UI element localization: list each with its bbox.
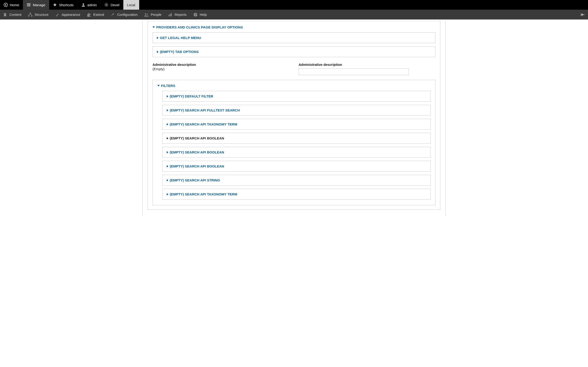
extend-icon xyxy=(86,12,91,17)
toolbar-admin: Content Structure Appearance Extend Conf… xyxy=(0,10,588,19)
empty-tab-options-panel[interactable]: (EMPTY) TAB OPTIONS xyxy=(153,46,435,57)
admin-description-left-value: (Empty) xyxy=(153,67,289,71)
filters-header[interactable]: FILTERS xyxy=(157,84,431,88)
admin-reports-label: Reports xyxy=(174,13,187,17)
svg-point-2 xyxy=(106,4,107,6)
svg-text:?: ? xyxy=(195,13,196,16)
get-legal-help-menu-label: GET LEGAL HELP MENU xyxy=(160,36,201,40)
filter-item[interactable]: (EMPTY) SEARCH API FULLTEXT SEARCH xyxy=(162,105,431,116)
page-wrap: PROVIDERS AND CLINICS PAGE DISPLAY OPTIO… xyxy=(0,21,588,217)
filter-item-label: (EMPTY) SEARCH API BOOLEAN xyxy=(170,136,224,140)
admin-description-left: Administrative description (Empty) xyxy=(153,63,289,71)
toolbar-local-label: Local xyxy=(127,3,135,7)
admin-people[interactable]: People xyxy=(141,10,165,19)
svg-rect-3 xyxy=(30,13,31,14)
expand-triangle-icon xyxy=(167,193,168,195)
admin-appearance[interactable]: Appearance xyxy=(52,10,83,19)
admin-structure[interactable]: Structure xyxy=(25,10,52,19)
filter-item[interactable]: (EMPTY) DEFAULT FILTER xyxy=(162,91,431,102)
admin-description-input[interactable] xyxy=(299,68,409,75)
user-icon xyxy=(81,3,86,7)
filters-list: (EMPTY) DEFAULT FILTER(EMPTY) SEARCH API… xyxy=(157,91,431,200)
expand-triangle-icon xyxy=(167,95,168,98)
expand-triangle-icon xyxy=(167,109,168,111)
svg-rect-8 xyxy=(169,15,170,16)
filter-item[interactable]: (EMPTY) SEARCH API TAXONOMY TERM xyxy=(162,189,431,200)
toolbar-local[interactable]: Local xyxy=(123,0,139,10)
structure-icon xyxy=(28,12,33,17)
admin-configuration[interactable]: Configuration xyxy=(107,10,141,19)
svg-point-0 xyxy=(4,3,8,7)
toolbar-home[interactable]: Home xyxy=(0,0,23,10)
expand-triangle-icon xyxy=(167,123,168,125)
appearance-icon xyxy=(55,12,60,17)
outer-panel: PROVIDERS AND CLINICS PAGE DISPLAY OPTIO… xyxy=(142,21,446,217)
toolbar-manage-label: Manage xyxy=(33,3,45,7)
back-icon xyxy=(4,3,8,7)
star-icon xyxy=(53,3,57,7)
expand-triangle-icon xyxy=(157,37,158,39)
svg-point-1 xyxy=(82,3,84,5)
toolbar-shortcuts[interactable]: Shortcuts xyxy=(49,0,78,10)
display-options-panel: PROVIDERS AND CLINICS PAGE DISPLAY OPTIO… xyxy=(148,21,440,210)
filter-item[interactable]: (EMPTY) SEARCH API BOOLEAN xyxy=(162,161,431,172)
reports-icon xyxy=(168,12,173,17)
expand-triangle-icon xyxy=(167,179,168,181)
filter-item-label: (EMPTY) SEARCH API STRING xyxy=(170,178,220,182)
gear-icon xyxy=(104,3,108,7)
svg-rect-5 xyxy=(31,15,32,17)
filter-item-label: (EMPTY) DEFAULT FILTER xyxy=(170,94,213,98)
admin-description-left-label: Administrative description xyxy=(153,63,289,67)
toolbar-devel[interactable]: Devel xyxy=(101,0,123,10)
admin-extend-label: Extend xyxy=(93,13,104,17)
display-options-header[interactable]: PROVIDERS AND CLINICS PAGE DISPLAY OPTIO… xyxy=(153,25,435,29)
hamburger-icon xyxy=(27,3,31,7)
expand-triangle-icon xyxy=(157,51,158,53)
expand-triangle-icon xyxy=(167,137,168,140)
admin-help-label: Help xyxy=(200,13,207,17)
filter-item-label: (EMPTY) SEARCH API TAXONOMY TERM xyxy=(170,122,237,126)
admin-help[interactable]: ? Help xyxy=(190,10,210,19)
toolbar-collapse-icon[interactable] xyxy=(580,13,585,17)
toolbar-manage[interactable]: Manage xyxy=(23,0,49,10)
collapse-triangle-icon xyxy=(153,26,155,28)
empty-tab-options-label: (EMPTY) TAB OPTIONS xyxy=(160,50,199,54)
display-options-title: PROVIDERS AND CLINICS PAGE DISPLAY OPTIO… xyxy=(156,25,243,29)
admin-structure-label: Structure xyxy=(35,13,49,17)
filter-item[interactable]: (EMPTY) SEARCH API BOOLEAN xyxy=(162,133,431,144)
expand-triangle-icon xyxy=(167,165,168,167)
admin-content-label: Content xyxy=(9,13,22,17)
admin-configuration-label: Configuration xyxy=(117,13,138,17)
toolbar-devel-label: Devel xyxy=(111,3,119,7)
admin-description-right: Administrative description xyxy=(299,63,435,75)
collapse-triangle-icon xyxy=(157,85,160,86)
filter-item[interactable]: (EMPTY) SEARCH API TAXONOMY TERM xyxy=(162,119,431,130)
toolbar-top: Home Manage Shortcuts admin Devel Local xyxy=(0,0,588,10)
filter-item[interactable]: (EMPTY) SEARCH API STRING xyxy=(162,175,431,186)
svg-rect-10 xyxy=(171,13,172,16)
svg-rect-4 xyxy=(28,15,29,17)
admin-people-label: People xyxy=(151,13,162,17)
people-icon xyxy=(144,12,149,17)
toolbar-home-label: Home xyxy=(10,3,19,7)
filter-item[interactable]: (EMPTY) SEARCH API BOOLEAN xyxy=(162,147,431,158)
filters-panel: FILTERS (EMPTY) DEFAULT FILTER(EMPTY) SE… xyxy=(153,80,435,205)
admin-extend[interactable]: Extend xyxy=(83,10,107,19)
wrench-icon xyxy=(111,12,115,17)
toolbar-admin-user-label: admin xyxy=(87,3,97,7)
svg-rect-9 xyxy=(170,14,171,16)
toolbar-shortcuts-label: Shortcuts xyxy=(59,3,73,7)
filter-item-label: (EMPTY) SEARCH API TAXONOMY TERM xyxy=(170,192,237,196)
toolbar-admin-user[interactable]: admin xyxy=(78,0,101,10)
expand-triangle-icon xyxy=(167,151,168,153)
get-legal-help-menu-panel[interactable]: GET LEGAL HELP MENU xyxy=(153,32,435,43)
admin-content[interactable]: Content xyxy=(0,10,25,19)
svg-point-6 xyxy=(145,13,146,15)
admin-description-right-label: Administrative description xyxy=(299,63,435,67)
admin-description-row: Administrative description (Empty) Admin… xyxy=(153,63,435,75)
admin-appearance-label: Appearance xyxy=(61,13,80,17)
admin-reports[interactable]: Reports xyxy=(165,10,190,19)
filter-item-label: (EMPTY) SEARCH API BOOLEAN xyxy=(170,164,224,168)
svg-point-7 xyxy=(147,14,148,15)
content-icon xyxy=(3,12,7,17)
